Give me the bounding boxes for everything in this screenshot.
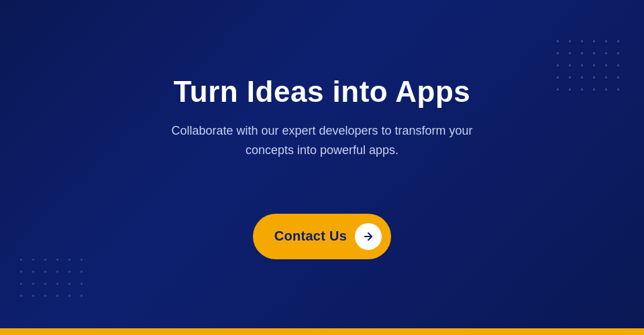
dot (56, 259, 58, 261)
dot (593, 52, 595, 54)
dot (557, 76, 559, 78)
dot (557, 40, 559, 42)
dot (617, 76, 619, 78)
arrow-right-icon (355, 223, 382, 250)
dot (605, 40, 607, 42)
dot (617, 40, 619, 42)
dot (605, 52, 607, 54)
dot (44, 271, 46, 273)
dot (20, 283, 22, 285)
dot (32, 271, 34, 273)
hero-title: Turn Ideas into Apps (174, 76, 471, 108)
dot (32, 283, 34, 285)
contact-us-button[interactable]: Contact Us (253, 214, 392, 259)
page-wrapper: Turn Ideas into Apps Collaborate with ou… (0, 0, 644, 335)
dot (44, 295, 46, 297)
dot (593, 76, 595, 78)
contact-us-label: Contact Us (274, 228, 347, 244)
dot-grid-bottom-left (20, 259, 87, 302)
dot (56, 271, 58, 273)
bottom-accent-bar (0, 328, 644, 335)
dot (80, 271, 83, 273)
dot (593, 64, 595, 66)
dot (569, 88, 571, 90)
dot (605, 88, 607, 90)
dot (20, 259, 22, 261)
dot (581, 52, 583, 54)
dot (581, 76, 583, 78)
dot (56, 295, 58, 297)
dot (617, 64, 619, 66)
dot (557, 52, 559, 54)
dot (80, 283, 83, 285)
dot (557, 88, 559, 90)
dot (569, 40, 571, 42)
dot (617, 52, 619, 54)
dot (20, 271, 22, 273)
dot (617, 88, 619, 90)
hero-content: Turn Ideas into Apps Collaborate with ou… (121, 76, 523, 259)
dot (68, 295, 70, 297)
dot (68, 283, 70, 285)
dot (605, 76, 607, 78)
dot (581, 64, 583, 66)
dot (44, 259, 46, 261)
dot (605, 64, 607, 66)
dot (557, 64, 559, 66)
dot (581, 40, 583, 42)
hero-subtitle: Collaborate with our expert developers t… (148, 121, 496, 160)
dot (569, 64, 571, 66)
dot (80, 295, 83, 297)
dot (68, 259, 70, 261)
dot (569, 76, 571, 78)
dot-grid-top-right (557, 40, 624, 95)
dot (44, 283, 46, 285)
dot (32, 295, 34, 297)
dot (581, 88, 583, 90)
dot (20, 295, 22, 297)
dot (32, 259, 34, 261)
dot (80, 259, 83, 261)
dot (593, 88, 595, 90)
dot (56, 283, 58, 285)
dot (593, 40, 595, 42)
dot (68, 271, 70, 273)
dot (569, 52, 571, 54)
